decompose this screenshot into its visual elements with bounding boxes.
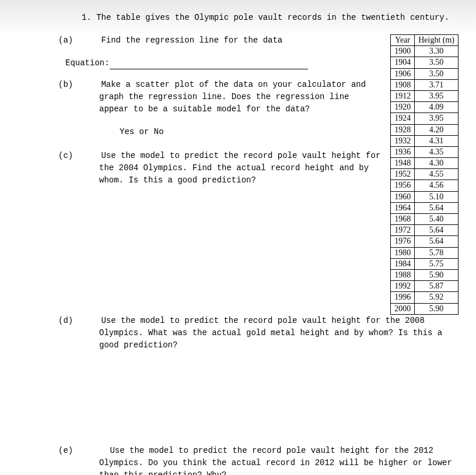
table-cell-height: 5.90 xyxy=(415,269,459,280)
table-cell-height: 4.56 xyxy=(415,180,459,191)
table-row: 19063.50 xyxy=(391,68,459,79)
table-row: 19765.64 xyxy=(391,236,459,247)
table-row: 19003.30 xyxy=(391,46,459,57)
part-b-label: (b) xyxy=(79,79,96,91)
table-cell-height: 5.10 xyxy=(415,191,459,202)
table-cell-year: 1976 xyxy=(391,236,415,247)
table-cell-year: 1908 xyxy=(391,79,415,90)
table-cell-height: 5.64 xyxy=(415,202,459,213)
part-b: (b) Make a scatter plot of the data on y… xyxy=(99,79,382,115)
table-cell-height: 4.35 xyxy=(415,146,459,157)
table-row: 19204.09 xyxy=(391,102,459,113)
table-cell-year: 1960 xyxy=(391,191,415,202)
part-a: (a) Find the regression line for the dat… xyxy=(99,34,382,47)
table-cell-year: 1924 xyxy=(391,113,415,124)
part-e-text: Use the model to predict the record pole… xyxy=(99,446,452,475)
part-d-label: (d) xyxy=(79,315,96,327)
table-row: 19605.10 xyxy=(391,191,459,202)
table-cell-year: 1956 xyxy=(391,180,415,191)
equation-blank-line xyxy=(110,69,308,69)
table-cell-height: 5.87 xyxy=(415,281,459,292)
table-row: 19123.95 xyxy=(391,90,459,101)
question-intro: The table gives the Olympic pole vault r… xyxy=(96,13,449,22)
yes-or-no: Yes or No xyxy=(120,126,382,138)
part-e-label: (e) xyxy=(79,445,105,457)
table-cell-year: 1952 xyxy=(391,169,415,180)
table-row: 19885.90 xyxy=(391,269,459,280)
part-a-label: (a) xyxy=(79,34,96,47)
pole-vault-data-table: Year Height (m) 19003.3019043.5019063.50… xyxy=(390,34,459,315)
table-cell-year: 1904 xyxy=(391,57,415,68)
table-row: 19524.55 xyxy=(391,169,459,180)
table-cell-height: 3.50 xyxy=(415,57,459,68)
table-row: 19284.20 xyxy=(391,124,459,135)
table-row: 19925.87 xyxy=(391,281,459,292)
part-c: (c) Use the model to predict the record … xyxy=(99,150,382,187)
table-row: 19965.92 xyxy=(391,292,459,303)
table-cell-height: 3.30 xyxy=(415,46,459,57)
table-cell-year: 1972 xyxy=(391,225,415,236)
part-c-label: (c) xyxy=(79,150,96,162)
table-cell-year: 1900 xyxy=(391,46,415,57)
table-header-year: Year xyxy=(391,35,415,46)
table-cell-year: 1928 xyxy=(391,124,415,135)
part-c-text: Use the model to predict the record pole… xyxy=(99,151,380,185)
table-cell-year: 1936 xyxy=(391,146,415,157)
table-cell-year: 1980 xyxy=(391,247,415,258)
table-cell-height: 5.90 xyxy=(415,303,459,314)
table-cell-height: 3.95 xyxy=(415,90,459,101)
table-header-row: Year Height (m) xyxy=(391,35,459,46)
table-cell-height: 5.40 xyxy=(415,214,459,225)
table-cell-year: 1964 xyxy=(391,202,415,213)
table-row: 19725.64 xyxy=(391,225,459,236)
table-row: 19845.75 xyxy=(391,258,459,269)
table-cell-height: 3.71 xyxy=(415,79,459,90)
part-a-text: Find the regression line for the data xyxy=(101,36,282,45)
part-d: (d) Use the model to predict the record … xyxy=(79,315,459,351)
table-cell-height: 4.20 xyxy=(415,124,459,135)
table-cell-height: 5.64 xyxy=(415,236,459,247)
table-cell-year: 1912 xyxy=(391,90,415,101)
table-cell-year: 2000 xyxy=(391,303,415,314)
part-b-text: Make a scatter plot of the data on your … xyxy=(99,80,366,114)
table-cell-year: 1906 xyxy=(391,68,415,79)
question-header: 1. The table gives the Olympic pole vaul… xyxy=(82,12,459,24)
question-number: 1. xyxy=(82,13,92,22)
table-cell-height: 5.92 xyxy=(415,292,459,303)
table-header-height: Height (m) xyxy=(415,35,459,46)
table-cell-height: 4.55 xyxy=(415,169,459,180)
table-row: 20005.90 xyxy=(391,303,459,314)
table-row: 19324.31 xyxy=(391,135,459,146)
table-row: 19564.56 xyxy=(391,180,459,191)
table-cell-height: 4.30 xyxy=(415,158,459,169)
table-cell-height: 3.50 xyxy=(415,68,459,79)
table-cell-height: 5.64 xyxy=(415,225,459,236)
table-cell-height: 5.78 xyxy=(415,247,459,258)
equation-row: Equation: xyxy=(65,57,382,69)
table-cell-year: 1988 xyxy=(391,269,415,280)
table-cell-year: 1920 xyxy=(391,102,415,113)
table-cell-height: 4.31 xyxy=(415,135,459,146)
table-cell-height: 4.09 xyxy=(415,102,459,113)
table-row: 19685.40 xyxy=(391,214,459,225)
table-cell-year: 1996 xyxy=(391,292,415,303)
table-row: 19243.95 xyxy=(391,113,459,124)
table-cell-year: 1948 xyxy=(391,158,415,169)
table-row: 19645.64 xyxy=(391,202,459,213)
table-row: 19083.71 xyxy=(391,79,459,90)
table-cell-height: 5.75 xyxy=(415,258,459,269)
table-cell-year: 1992 xyxy=(391,281,415,292)
table-cell-year: 1984 xyxy=(391,258,415,269)
table-row: 19364.35 xyxy=(391,146,459,157)
table-row: 19043.50 xyxy=(391,57,459,68)
table-cell-height: 3.95 xyxy=(415,113,459,124)
table-row: 19484.30 xyxy=(391,158,459,169)
part-d-text: Use the model to predict the record pole… xyxy=(99,316,442,350)
table-cell-year: 1932 xyxy=(391,135,415,146)
part-e: (e) Use the model to predict the record … xyxy=(79,445,459,475)
equation-label: Equation: xyxy=(65,58,110,68)
table-row: 19805.78 xyxy=(391,247,459,258)
table-cell-year: 1968 xyxy=(391,214,415,225)
